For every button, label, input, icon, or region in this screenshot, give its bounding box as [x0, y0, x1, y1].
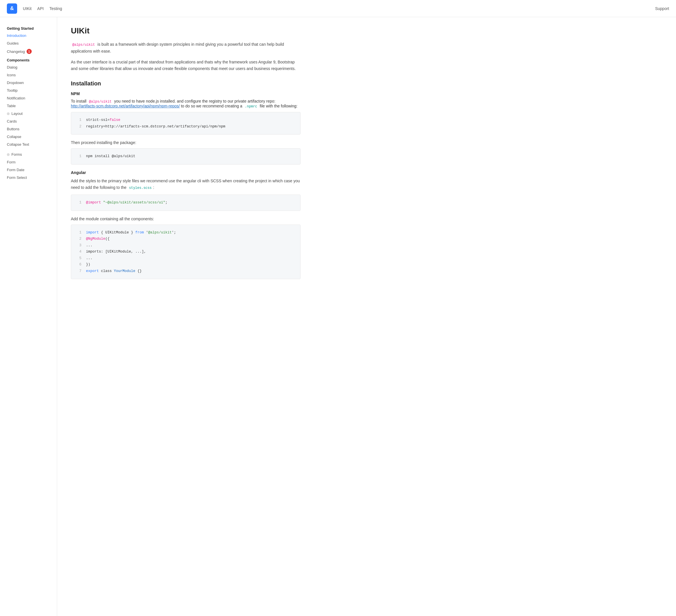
sidebar-item-buttons[interactable]: Buttons: [0, 125, 57, 133]
layout-icon: ◎: [7, 112, 10, 115]
angular-subheading: Angular: [71, 170, 300, 175]
npm-para-mid2: to do so we recommend creating a: [180, 104, 243, 108]
code-block-ng-module: 1 import { UIKitModule } from '@alps/uik…: [71, 225, 300, 279]
sidebar-item-guides[interactable]: Guides: [0, 40, 57, 47]
sidebar-item-notification[interactable]: Notification: [0, 94, 57, 102]
sidebar-item-label: Forms: [11, 152, 22, 157]
forms-icon: ◎: [7, 153, 10, 156]
sidebar-item-label: Tooltip: [7, 88, 18, 93]
page-title: UIKit: [71, 26, 300, 36]
code-line: 1 import { UIKitModule } from '@alps/uik…: [77, 229, 294, 236]
sidebar-item-label: Dialog: [7, 65, 17, 69]
installation-heading: Installation: [71, 80, 300, 87]
sidebar-item-dropdown[interactable]: Dropdown: [0, 79, 57, 87]
angular-para-text: Add the styles to the primary style file…: [71, 179, 300, 190]
sidebar-item-forms[interactable]: ◎ Forms: [0, 151, 57, 158]
main-content: UIKit @alps/uikit is built as a framewor…: [57, 17, 314, 616]
sidebar-item-form-select[interactable]: Form Select: [0, 174, 57, 181]
code-line: 2 @NgModule({: [77, 236, 294, 242]
sidebar-item-table[interactable]: Table: [0, 102, 57, 110]
npm-subheading: NPM: [71, 92, 300, 96]
styles-scss-code: styles.scss: [127, 186, 153, 190]
topnav: & UIKit API Testing Support: [0, 0, 676, 17]
sidebar-item-tooltip[interactable]: Tooltip: [0, 87, 57, 94]
sidebar-item-collapse-text[interactable]: Collapse Text: [0, 141, 57, 148]
topnav-testing[interactable]: Testing: [49, 6, 62, 11]
add-module-text: Add the module containing all the compon…: [71, 217, 300, 221]
sidebar-item-dialog[interactable]: Dialog: [0, 63, 57, 71]
sidebar-item-label: Cards: [7, 119, 17, 123]
code-line: 2 registry=http://artifacts-scm.dstcorp.…: [77, 123, 294, 130]
sidebar-item-label: Form: [7, 160, 15, 164]
code-block-import-scss: 1 @import "~@alps/uikit/assets/scss/ui";: [71, 194, 300, 211]
sidebar-item-icons[interactable]: Icons: [0, 71, 57, 79]
npm-para-prefix: To install: [71, 99, 88, 103]
npmrc-code: .npmrc: [243, 104, 259, 109]
sidebar-item-form[interactable]: Form: [0, 158, 57, 166]
sidebar-item-cards[interactable]: Cards: [0, 117, 57, 125]
sidebar-item-changelog[interactable]: Changelog 1: [0, 47, 57, 56]
sidebar-item-label: Notification: [7, 96, 25, 100]
then-proceed: Then proceed installing the package:: [71, 140, 300, 145]
code-line: 3 ...: [77, 242, 294, 249]
sidebar-item-form-date[interactable]: Form Date: [0, 166, 57, 174]
npm-paragraph: To install @alps/uikit you need to have …: [71, 99, 300, 109]
package-name-code: @alps/uikit: [71, 43, 96, 47]
changelog-badge: 1: [26, 49, 32, 54]
sidebar: Getting Started Introduction Guides Chan…: [0, 17, 57, 616]
code-line: 5 ...: [77, 255, 294, 262]
intro-p1: @alps/uikit is built as a framework with…: [71, 41, 300, 55]
sidebar-item-label: Changelog: [7, 49, 25, 54]
code-line: 1 strict-ssl=false: [77, 117, 294, 123]
topnav-uikit[interactable]: UIKit: [23, 6, 32, 11]
topnav-links: UIKit API Testing: [23, 6, 655, 11]
intro-p1-suffix: is built as a framework with design syst…: [71, 42, 284, 53]
intro-p2: As the user interface is a crucial part …: [71, 59, 300, 72]
npm-package-code: @alps/uikit: [88, 100, 113, 104]
code-line: 1 npm install @alps/uikit: [77, 153, 294, 160]
code-line: 7 export class YourModule {}: [77, 268, 294, 275]
npm-para-mid: you need to have node.js installed. and …: [113, 99, 275, 103]
sidebar-item-label: Form Date: [7, 168, 24, 172]
sidebar-item-label: Introduction: [7, 34, 26, 38]
sidebar-item-label: Form Select: [7, 175, 27, 180]
sidebar-item-introduction[interactable]: Introduction: [0, 32, 57, 40]
intro-section: @alps/uikit is built as a framework with…: [71, 41, 300, 72]
sidebar-item-label: Layout: [11, 111, 22, 116]
topnav-support[interactable]: Support: [655, 6, 669, 11]
logo-text: &: [10, 5, 14, 11]
angular-paragraph: Add the styles to the primary style file…: [71, 178, 300, 191]
sidebar-item-label: Collapse: [7, 134, 21, 139]
logo[interactable]: &: [7, 3, 17, 14]
sidebar-item-label: Table: [7, 104, 16, 108]
code-line: 4 imports: [UIKitModule, ...],: [77, 248, 294, 255]
sidebar-item-label: Collapse Text: [7, 142, 29, 147]
sidebar-section-components: Components: [0, 56, 57, 63]
code-line: 1 @import "~@alps/uikit/assets/scss/ui";: [77, 200, 294, 206]
sidebar-item-layout[interactable]: ◎ Layout: [0, 110, 57, 117]
sidebar-item-label: Dropdown: [7, 80, 24, 85]
code-block-npmrc: 1 strict-ssl=false 2 registry=http://art…: [71, 112, 300, 134]
artifactory-link[interactable]: http://artifacts-scm.dstcorp.net/artifac…: [71, 104, 180, 108]
topnav-api[interactable]: API: [37, 6, 44, 11]
code-block-install: 1 npm install @alps/uikit: [71, 148, 300, 165]
npm-para-end: file with the following:: [259, 104, 297, 108]
sidebar-item-label: Guides: [7, 41, 18, 45]
angular-para-suffix: :: [153, 185, 154, 190]
sidebar-item-label: Buttons: [7, 127, 19, 131]
sidebar-item-label: Icons: [7, 73, 16, 77]
code-line: 6 }): [77, 262, 294, 268]
page-layout: Getting Started Introduction Guides Chan…: [0, 17, 676, 616]
sidebar-section-getting-started: Getting Started: [0, 24, 57, 32]
sidebar-item-collapse[interactable]: Collapse: [0, 133, 57, 141]
